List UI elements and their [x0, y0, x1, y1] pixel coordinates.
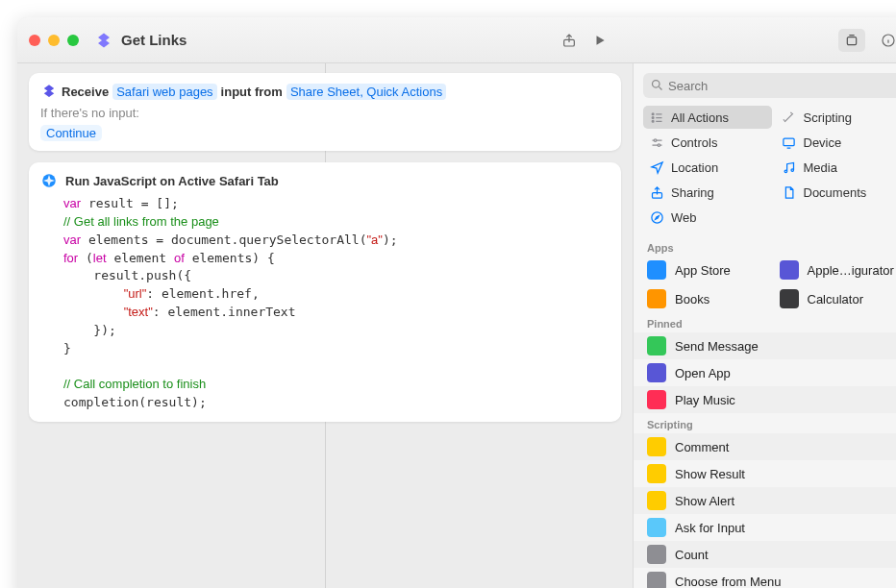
- run-button[interactable]: [586, 29, 613, 52]
- action-item-calculator[interactable]: Calculator: [776, 285, 897, 312]
- pinned-section-label: Pinned: [634, 312, 896, 332]
- doc-icon: [782, 184, 797, 200]
- app-glyph-icon: [647, 518, 666, 537]
- safari-icon: [40, 172, 58, 189]
- svg-rect-1: [847, 37, 856, 44]
- action-item-ask-for-input[interactable]: Ask for Input: [634, 514, 896, 541]
- sliders-icon: [649, 135, 664, 150]
- workflow-editor[interactable]: Receive Safari web pages input from Shar…: [17, 63, 633, 588]
- action-item-label: Choose from Menu: [675, 575, 782, 589]
- app-glyph-icon: [647, 464, 666, 483]
- minimize-window-button[interactable]: [48, 35, 60, 46]
- action-item-comment[interactable]: Comment: [634, 433, 896, 460]
- action-item-play-music[interactable]: Play Music: [634, 386, 896, 413]
- titlebar: Get Links: [17, 17, 896, 63]
- category-label: Scripting: [804, 110, 853, 125]
- input-source-token[interactable]: Share Sheet, Quick Actions: [286, 84, 446, 100]
- code-editor[interactable]: var result = []; // Get all links from t…: [63, 195, 610, 412]
- category-label: Documents: [804, 185, 867, 200]
- safari-icon: [649, 209, 664, 225]
- share-icon: [649, 184, 664, 200]
- apps-section-label: Apps: [634, 236, 896, 257]
- action-item-show-result[interactable]: Show Result: [634, 460, 896, 487]
- app-glyph-icon: [780, 260, 799, 280]
- svg-point-6: [652, 116, 654, 118]
- category-label: Device: [804, 135, 842, 150]
- action-item-apple-igurator[interactable]: Apple…igurator: [776, 257, 897, 283]
- app-glyph-icon: [647, 572, 666, 588]
- search-input[interactable]: [643, 73, 896, 98]
- action-item-label: Open App: [675, 366, 731, 380]
- app-glyph-icon: [647, 260, 666, 280]
- receive-input-action[interactable]: Receive Safari web pages input from Shar…: [29, 73, 621, 151]
- library-sidebar: All ActionsScriptingControlsDeviceLocati…: [633, 63, 896, 588]
- category-web[interactable]: Web: [643, 206, 772, 229]
- action-item-label: Send Message: [675, 339, 759, 354]
- no-input-action-token[interactable]: Continue: [40, 125, 102, 141]
- app-glyph-icon: [647, 363, 666, 382]
- category-documents[interactable]: Documents: [776, 181, 897, 204]
- scripting-list: CommentShow ResultShow AlertAsk for Inpu…: [634, 433, 896, 588]
- action-item-label: Count: [675, 548, 709, 562]
- app-glyph-icon: [647, 437, 666, 456]
- action-item-label: Ask for Input: [675, 521, 745, 535]
- apps-grid: App StoreApple…iguratorBooksCalculator: [634, 257, 896, 312]
- category-sharing[interactable]: Sharing: [643, 181, 772, 204]
- close-window-button[interactable]: [29, 35, 40, 46]
- music-icon: [782, 159, 797, 175]
- search-icon: [650, 78, 664, 92]
- library-toggle-button[interactable]: [838, 29, 865, 52]
- category-label: All Actions: [671, 110, 729, 125]
- action-header: Run JavaScript on Active Safari Tab: [40, 172, 610, 189]
- svg-point-7: [652, 120, 654, 122]
- run-javascript-action[interactable]: Run JavaScript on Active Safari Tab var …: [29, 162, 621, 422]
- action-item-show-alert[interactable]: Show Alert: [634, 487, 896, 514]
- receive-line: Receive Safari web pages input from Shar…: [40, 83, 610, 100]
- action-item-label: App Store: [675, 263, 731, 278]
- app-glyph-icon: [647, 545, 666, 564]
- action-item-open-app[interactable]: Open App: [634, 359, 896, 386]
- action-item-label: Comment: [675, 440, 729, 454]
- svg-point-14: [651, 211, 661, 222]
- window-title: Get Links: [121, 32, 187, 48]
- shortcuts-editor-window: Get Links Receive: [17, 17, 896, 588]
- input-type-token[interactable]: Safari web pages: [112, 84, 216, 100]
- info-button[interactable]: [875, 29, 896, 52]
- action-item-app-store[interactable]: App Store: [643, 257, 772, 283]
- svg-point-9: [658, 143, 660, 146]
- no-input-label: If there's no input:: [40, 106, 610, 120]
- category-label: Location: [671, 160, 718, 175]
- action-item-books[interactable]: Books: [643, 285, 772, 312]
- svg-point-4: [653, 81, 660, 88]
- library-scroll[interactable]: Apps App StoreApple…iguratorBooksCalcula…: [634, 236, 896, 588]
- category-device[interactable]: Device: [776, 131, 897, 154]
- category-controls[interactable]: Controls: [643, 131, 772, 154]
- action-item-count[interactable]: Count: [634, 541, 896, 568]
- action-item-label: Play Music: [675, 393, 735, 407]
- category-media[interactable]: Media: [776, 156, 897, 179]
- main-split: Receive Safari web pages input from Shar…: [17, 63, 896, 588]
- category-location[interactable]: Location: [643, 156, 772, 179]
- receive-prefix: Receive: [62, 85, 109, 99]
- category-scripting[interactable]: Scripting: [776, 106, 897, 129]
- shortcuts-glyph-icon: [40, 83, 58, 100]
- svg-point-5: [652, 112, 654, 114]
- share-button[interactable]: [556, 29, 583, 52]
- category-label: Media: [804, 160, 837, 175]
- desktop-icon: [782, 135, 797, 150]
- zoom-window-button[interactable]: [67, 35, 79, 46]
- action-item-choose-from-menu[interactable]: Choose from Menu: [634, 568, 896, 588]
- wand-icon: [782, 110, 797, 125]
- action-item-label: Show Result: [675, 467, 745, 481]
- action-item-send-message[interactable]: Send Message: [634, 332, 896, 359]
- pinned-list: Send MessageOpen AppPlay Music: [634, 332, 896, 413]
- category-label: Web: [671, 210, 697, 225]
- app-glyph-icon: [780, 289, 799, 308]
- action-title: Run JavaScript on Active Safari Tab: [65, 174, 279, 188]
- search-area: [643, 73, 896, 98]
- scripting-section-label: Scripting: [634, 413, 896, 433]
- category-all-actions[interactable]: All Actions: [643, 106, 772, 129]
- svg-point-11: [784, 170, 787, 173]
- location-icon: [649, 159, 664, 175]
- app-glyph-icon: [647, 491, 666, 510]
